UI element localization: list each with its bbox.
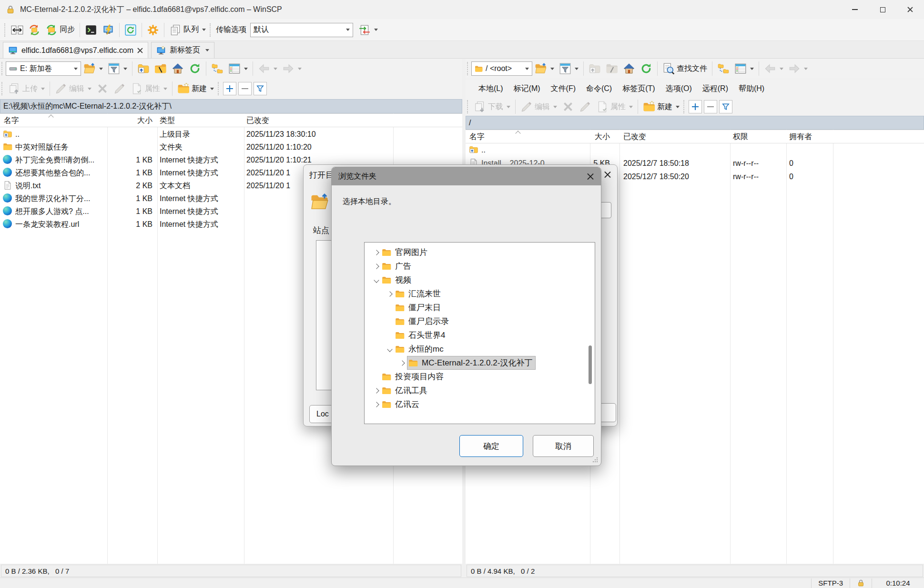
right-path-bar[interactable]: / <box>466 116 924 130</box>
tree-item-selected[interactable]: MC-Eternal-2-1.2.0.2-汉化补丁 <box>397 356 595 370</box>
cancel-button[interactable]: 取消 <box>533 435 594 457</box>
chevron-right-icon[interactable] <box>374 250 379 255</box>
tree-item[interactable]: 亿讯云 <box>371 397 595 411</box>
toolbar-grip[interactable] <box>467 100 468 113</box>
directory-tree-button[interactable] <box>715 61 732 77</box>
menu-commands[interactable]: 命令(C) <box>581 84 617 94</box>
new-button[interactable]: 新建 <box>175 81 216 97</box>
root-directory-button[interactable] <box>152 61 169 77</box>
select-files-button[interactable] <box>223 82 236 95</box>
back-button[interactable] <box>762 61 786 77</box>
filter-button[interactable] <box>557 61 581 77</box>
open-directory-button[interactable] <box>81 61 105 77</box>
column-header-name[interactable]: 名字 <box>4 114 19 127</box>
column-header-changed[interactable]: 已改变 <box>246 114 269 127</box>
transfer-preset-combobox[interactable]: 默认 <box>250 23 353 37</box>
column-header-owner[interactable]: 拥有者 <box>789 130 812 143</box>
chevron-right-icon[interactable] <box>399 360 405 365</box>
refresh-button[interactable] <box>638 61 655 77</box>
tree-item[interactable]: 广告 <box>371 259 595 273</box>
minimize-button[interactable] <box>841 0 869 19</box>
tree-item[interactable]: 投资项目内容 <box>371 370 595 384</box>
chevron-down-icon[interactable] <box>387 346 392 352</box>
tree-item[interactable]: 僵尸启示录 <box>385 314 595 328</box>
parent-directory-button[interactable] <box>586 61 603 77</box>
root-directory-button[interactable] <box>603 61 620 77</box>
maximize-button[interactable] <box>869 0 896 19</box>
refresh-session-button[interactable] <box>122 22 139 38</box>
tree-item[interactable]: 亿讯工具 <box>371 384 595 397</box>
menu-remote[interactable]: 远程(R) <box>697 84 733 94</box>
parent-directory-button[interactable] <box>135 61 152 77</box>
rename-button[interactable] <box>577 99 594 115</box>
table-row[interactable]: .. <box>466 143 924 157</box>
left-path-bar[interactable]: E:\视频\永恒的mc\MC-Eternal-2-1.2.0.2-汉化补丁\ <box>0 99 462 113</box>
column-header-size[interactable]: 大小 <box>577 130 610 143</box>
tree-item[interactable]: 视频 <box>371 273 595 287</box>
home-directory-button[interactable] <box>620 61 638 77</box>
toolbar-grip[interactable] <box>1 62 3 75</box>
refresh-button[interactable] <box>186 61 203 77</box>
toolbar-grip[interactable] <box>210 23 211 37</box>
new-session-button[interactable] <box>100 22 117 38</box>
menu-file[interactable]: 文件(F) <box>546 84 581 94</box>
column-header-rights[interactable]: 权限 <box>733 130 748 143</box>
preferences-button[interactable] <box>144 22 162 38</box>
resize-grip[interactable] <box>592 457 598 463</box>
back-button[interactable] <box>255 61 280 77</box>
tab-session-active[interactable]: elfidc.1dfa6681@vps7.elfidc.com <box>3 42 148 58</box>
edit-button[interactable]: 编辑 <box>52 81 94 97</box>
table-row[interactable]: 中英对照版任务 文件夹 2025/11/20 1:10:20 <box>0 141 458 153</box>
directory-tree-button[interactable] <box>209 61 226 77</box>
tree-item[interactable]: 永恒的mc <box>385 342 595 356</box>
toolbar-grip[interactable] <box>467 62 468 75</box>
toggle-panels-button[interactable] <box>9 22 26 38</box>
delete-button[interactable] <box>94 81 111 97</box>
menu-tabs[interactable]: 标签页(T) <box>617 84 660 94</box>
column-header-type[interactable]: 类型 <box>160 114 175 127</box>
column-header-size[interactable]: 大小 <box>107 114 152 127</box>
chevron-right-icon[interactable] <box>387 291 392 296</box>
tree-item[interactable]: 僵尸末日 <box>385 301 595 314</box>
transfer-settings-button[interactable] <box>356 22 380 38</box>
column-header-name[interactable]: 名字 <box>469 130 485 143</box>
properties-button[interactable]: 属性 <box>594 99 635 115</box>
tree-item[interactable]: 石头世界4 <box>385 328 595 342</box>
tab-close-icon[interactable] <box>137 48 143 53</box>
new-button[interactable]: 新建 <box>640 99 682 115</box>
chevron-right-icon[interactable] <box>374 402 379 407</box>
toolbar-grip[interactable] <box>683 100 685 113</box>
download-button[interactable]: 下载 <box>471 99 513 115</box>
chevron-down-icon[interactable] <box>374 277 379 283</box>
forward-button[interactable] <box>280 61 304 77</box>
open-terminal-button[interactable] <box>82 22 100 38</box>
synchronize-button[interactable]: 同步 <box>43 22 77 38</box>
unselect-files-button[interactable] <box>704 100 717 113</box>
tab-new-session[interactable]: 新标签页 <box>151 42 214 58</box>
rename-button[interactable] <box>111 81 128 97</box>
browse-dialog-titlebar[interactable]: 浏览文件夹 <box>332 167 601 185</box>
menu-mark[interactable]: 标记(M) <box>508 84 546 94</box>
view-mode-button[interactable] <box>226 61 250 77</box>
forward-button[interactable] <box>786 61 810 77</box>
unselect-files-button[interactable] <box>238 82 252 95</box>
home-directory-button[interactable] <box>169 61 186 77</box>
delete-button[interactable] <box>559 99 577 115</box>
properties-button[interactable]: 属性 <box>128 81 170 97</box>
toolbar-grip[interactable] <box>1 82 3 95</box>
select-files-button[interactable] <box>689 100 702 113</box>
toolbar-grip[interactable] <box>218 82 219 95</box>
chevron-right-icon[interactable] <box>374 264 379 269</box>
close-button[interactable] <box>896 0 924 19</box>
menu-help[interactable]: 帮助(H) <box>733 84 770 94</box>
chevron-right-icon[interactable] <box>374 388 379 393</box>
tree-item[interactable]: 官网图片 <box>371 245 595 259</box>
menu-options[interactable]: 选项(O) <box>660 84 697 94</box>
queue-button[interactable]: 队列 <box>167 22 208 38</box>
remote-directory-combobox[interactable]: / <root> <box>471 61 532 76</box>
synchronize-browsing-button[interactable] <box>26 22 43 38</box>
table-row[interactable]: .. 上级目录 2025/11/23 18:30:10 <box>0 128 458 141</box>
filter-files-button[interactable] <box>254 82 267 95</box>
tree-item[interactable]: 汇流来世 <box>385 287 595 301</box>
tree-scrollbar-thumb[interactable] <box>589 345 592 384</box>
